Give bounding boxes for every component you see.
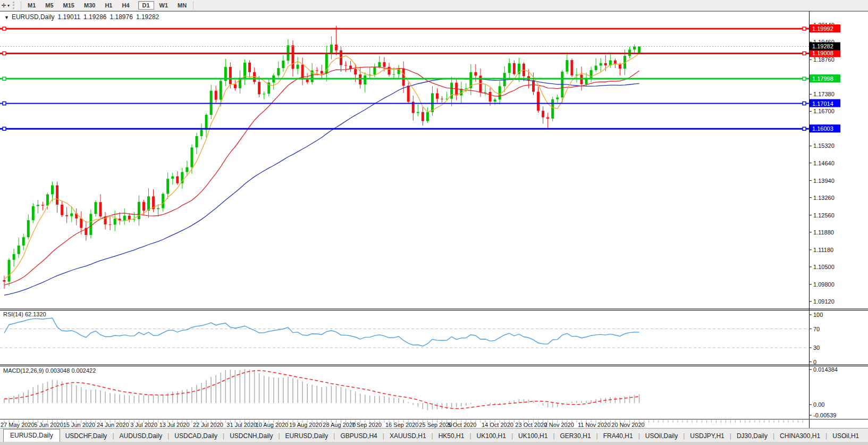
chart-tab-usoil-daily[interactable]: USOil,Daily [640,430,683,442]
chart-tab-usdcad-daily[interactable]: USDCAD,Daily [169,430,223,442]
date-label: 7 Sep 2020 [352,422,382,428]
candlestick-series [3,26,641,289]
hline-handle[interactable] [3,52,6,55]
timeframe-button-M5[interactable]: M5 [41,1,57,10]
date-label: 23 Oct 2020 [515,422,547,428]
chart-tab-audusd-daily[interactable]: AUDUSD,Daily [114,430,168,442]
price-axis-label: 1.11880 [813,229,834,236]
timeframe-button-D1[interactable]: D1 [138,1,154,10]
price-badge-1.19992-text: 1.19992 [812,26,833,32]
price-axis-label: 1.10500 [813,264,835,270]
rsi-axis-label: 100 [813,312,823,318]
hline-handle[interactable] [3,27,6,30]
rsi-axis-label: 30 [813,345,820,351]
date-label: 25 Sep 2020 [419,422,452,428]
crosshair-icon[interactable]: ✛ [0,2,7,9]
price-axis-label: 1.12560 [813,212,835,219]
current-price-badge-text: 1.19282 [812,43,833,49]
date-label: 10 Aug 2020 [256,422,289,428]
chart-tab-dj30-daily[interactable]: DJ30,Daily [731,430,773,442]
chart-tab-ger30-h1[interactable]: GER30,H1 [555,430,596,442]
chart-tab-usoil-h1[interactable]: USOil,H1 [827,430,864,442]
date-label: 20 Nov 2020 [611,422,644,428]
date-label: 24 Jun 2020 [97,422,129,428]
symbol-dropdown-icon[interactable]: ▼ [4,15,9,20]
hline-handle[interactable] [803,102,806,105]
hline-handle[interactable] [803,127,806,130]
price-badge-1.19008-text: 1.19008 [812,50,833,56]
chart-tabbar: EURUSD,DailyUSDCHF,Daily|AUDUSD,Daily|US… [0,428,868,442]
price-badge-1.17014-text: 1.17014 [812,100,833,107]
chart-title: ▼EURUSD,Daily1.190111.192861.189761.1928… [4,13,162,21]
chart-tab-usdjpy-h1[interactable]: USDJPY,H1 [685,430,729,442]
chart-tab-hk50-h1[interactable]: HK50,H1 [433,430,470,442]
hline-handle[interactable] [803,77,806,80]
hline-handle[interactable] [803,27,806,30]
rsi-axis-label: 0 [813,359,816,365]
chart-symbol: EURUSD,Daily [12,13,55,21]
ma-mid-line [4,67,639,285]
price-axis-label: 1.13940 [813,178,835,184]
rsi-axis-label: 70 [813,326,820,332]
macd-axis-label: 0.014384 [813,366,838,373]
toolbar-dropdown-icon[interactable]: ▾ [7,3,10,8]
price-badge-1.17998-text: 1.17998 [812,75,833,82]
ohlc-high: 1.19286 [83,13,106,21]
date-label: 2 Nov 2020 [544,422,574,428]
price-axis-label: 1.17380 [813,91,835,97]
chart-tab-fra40-h1[interactable]: FRA40,H1 [598,430,638,442]
chart-tab-uk100-h1[interactable]: UK100,H1 [471,430,511,442]
rsi-indicator-label: RSI(14) 62.1320 [3,311,46,317]
price-axis-label: 1.16700 [813,108,835,114]
price-axis-label: 1.09120 [813,298,835,305]
timeframe-button-M15[interactable]: M15 [59,1,79,10]
hline-handle[interactable] [3,102,6,105]
toolbar-separator [21,1,21,10]
timeframe-toolbar: ✛ ▾ M1M5M15M30H1H4D1W1MN [0,0,868,11]
date-label: 31 Jul 2020 [226,422,257,428]
toolbar-separator [193,1,193,10]
date-label: 16 Sep 2020 [385,422,418,428]
ohlc-open: 1.19011 [58,13,81,21]
chart-tab-usdchf-daily[interactable]: USDCHF,Daily [60,430,113,442]
chart-tab-gbpusd-h4[interactable]: GBPUSD,H4 [335,430,382,442]
hline-handle[interactable] [803,52,806,55]
date-label: 19 Aug 2020 [289,422,322,428]
price-axis-label: 1.09800 [813,281,835,288]
macd-indicator-label: MACD(12,26,9) 0.003048 0.002422 [3,367,96,374]
date-label: 13 Jul 2020 [159,422,190,428]
price-axis-label: 1.14640 [813,160,835,166]
timeframe-button-W1[interactable]: W1 [155,1,173,10]
hline-handle[interactable] [3,127,6,130]
chart-tab-china300-h1[interactable]: CHINA300,H1 [774,430,825,442]
ohlc-close: 1.19282 [136,13,159,21]
hline-handle[interactable] [3,77,6,80]
timeframe-button-H1[interactable]: H1 [100,1,116,10]
macd-axis-label: -0.00539 [813,412,836,418]
date-label: 28 Aug 2020 [323,422,356,428]
date-label: 27 May 2020 [1,422,35,428]
price-axis-label: 1.11180 [813,247,833,253]
chart-tab-xauusd-h1[interactable]: XAUUSD,H1 [384,430,432,442]
timeframe-button-H4[interactable]: H4 [117,1,133,10]
chart-canvas[interactable]: 1.201401.194601.187601.180801.173801.167… [0,0,868,445]
chart-tab-eurusd-daily[interactable]: EURUSD,Daily [280,430,334,442]
window-bottom-edge [0,442,868,445]
timeframe-button-MN[interactable]: MN [173,1,191,10]
date-label: 5 Oct 2020 [448,422,477,428]
timeframe-button-M1[interactable]: M1 [23,1,40,10]
chart-tab-eurusd-daily[interactable]: EURUSD,Daily [3,429,60,442]
date-label: 15 Jun 2020 [63,422,96,428]
price-axis-label: 1.15320 [813,142,835,149]
price-axis-label: 1.13260 [813,195,835,201]
toolbar-grip[interactable] [13,2,17,9]
timeframe-buttons: M1M5M15M30H1H4D1W1MN [23,2,191,9]
date-label: 5 Jun 2020 [34,422,63,428]
date-label: 22 Jul 2020 [193,422,223,428]
chart-tab-usdcnh-daily[interactable]: USDCNH,Daily [224,430,278,442]
chart-tab-uk100-h1[interactable]: UK100,H1 [513,430,553,442]
date-label: 14 Oct 2020 [482,422,513,428]
timeframe-button-M30[interactable]: M30 [80,1,99,10]
ohlc-low: 1.18976 [110,13,133,21]
date-label: 11 Nov 2020 [578,422,611,428]
